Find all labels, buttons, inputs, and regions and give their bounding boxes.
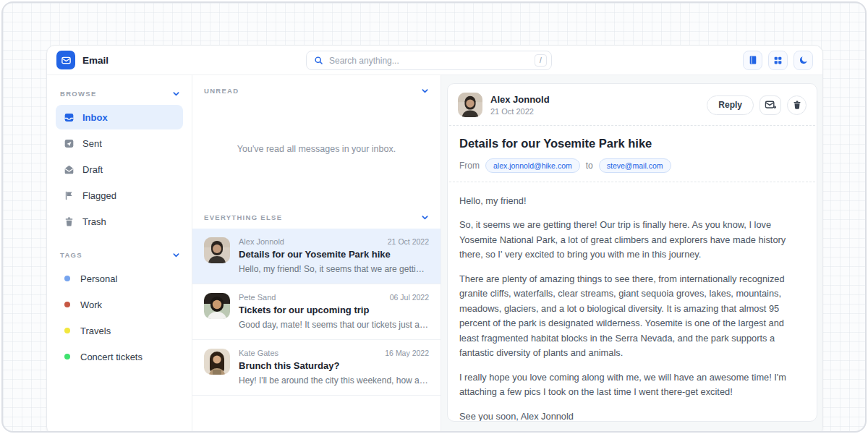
tags-section: Tags Personal Work Travels	[56, 244, 183, 369]
tag-item-personal[interactable]: Personal	[56, 266, 183, 291]
mail-subject: Details for our Yosemite Park hike	[239, 249, 429, 260]
browse-section-title: Browse	[60, 90, 97, 98]
chevron-down-icon[interactable]	[172, 251, 180, 259]
tags-section-header: Tags	[56, 244, 183, 266]
body-paragraph: So, it seems we are getting there! Our t…	[459, 218, 805, 262]
mail-sender: Alex Jonnold	[239, 237, 284, 246]
detail-subject: Details for our Yosemite Park hike	[459, 137, 805, 150]
mail-subject: Brunch this Saturday?	[239, 360, 429, 371]
avatar	[204, 293, 230, 319]
message-body: Hello, my friend! So, it seems we are ge…	[448, 182, 817, 422]
message-detail-card: Alex Jonnold 21 Oct 2022 Reply	[447, 83, 817, 422]
everything-else-section-header: Everything else	[192, 202, 441, 229]
detail-actions: Reply	[707, 95, 807, 115]
sidebar-item-trash[interactable]: Trash	[56, 209, 183, 234]
mail-date: 16 May 2022	[385, 349, 429, 357]
trash-icon	[792, 100, 802, 110]
mail-preview: Hey! I'll be around the city this weeken…	[239, 375, 429, 386]
browse-section-header: Browse	[56, 82, 183, 105]
from-email-pill[interactable]: alex.jonnold@hike.com	[485, 158, 580, 173]
unread-empty-state: You've read all messages in your inbox.	[192, 102, 441, 202]
from-label: From	[459, 161, 480, 171]
mail-list-item[interactable]: Kate Gates 16 May 2022 Brunch this Satur…	[192, 340, 441, 396]
sidebar-item-label: Trash	[82, 216, 106, 227]
sidebar-item-sent[interactable]: Sent	[56, 131, 183, 156]
chevron-down-icon[interactable]	[421, 87, 429, 95]
detail-sender-name: Alex Jonnold	[490, 94, 550, 105]
tag-color-dot	[64, 302, 70, 307]
detail-date: 21 Oct 2022	[490, 107, 550, 116]
sidebar-item-draft[interactable]: Draft	[56, 157, 183, 182]
apps-grid-button[interactable]	[768, 51, 788, 70]
moon-icon	[799, 55, 809, 65]
page-background: Email /	[1, 1, 867, 433]
search-input[interactable]	[329, 56, 535, 66]
reply-button[interactable]: Reply	[707, 95, 754, 115]
tag-color-dot	[64, 354, 70, 359]
mail-subject: Tickets for our upcoming trip	[239, 305, 429, 315]
tag-color-dot	[64, 328, 70, 333]
everything-else-section-title: Everything else	[204, 213, 282, 221]
sidebar-item-label: Inbox	[82, 112, 108, 123]
top-bar: Email /	[47, 46, 822, 75]
tags-section-title: Tags	[60, 251, 82, 259]
flag-icon	[63, 190, 75, 201]
sidebar-item-label: Sent	[82, 138, 102, 149]
contacts-book-button[interactable]	[743, 51, 762, 70]
forward-mail-button[interactable]	[760, 95, 781, 115]
email-app-window: Email /	[46, 45, 823, 433]
app-logo	[56, 51, 75, 69]
book-icon	[748, 55, 758, 65]
envelope-forward-icon	[765, 100, 776, 110]
delete-mail-button[interactable]	[787, 95, 807, 115]
draft-envelope-icon	[63, 164, 75, 175]
sidebar-item-flagged[interactable]: Flagged	[56, 183, 183, 208]
tag-item-concert-tickets[interactable]: Concert tickets	[56, 344, 183, 369]
body-paragraph: See you soon, Alex Jonnold	[459, 409, 805, 422]
mail-list-item[interactable]: Alex Jonnold 21 Oct 2022 Details for our…	[192, 229, 441, 284]
avatar	[458, 93, 482, 117]
mail-preview: Good day, mate! It seems that our ticket…	[239, 320, 429, 330]
grid-icon	[773, 56, 783, 65]
sent-icon	[63, 138, 75, 149]
tag-item-work[interactable]: Work	[56, 292, 183, 317]
to-email-pill[interactable]: steve@mail.com	[599, 158, 671, 173]
sidebar: Browse Inbox Sent	[47, 75, 192, 433]
envelope-icon	[61, 55, 72, 66]
content-area: Browse Inbox Sent	[47, 75, 822, 433]
trash-icon	[63, 216, 75, 227]
body-paragraph: There are plenty of amazing things to se…	[459, 272, 805, 361]
mail-sender: Kate Gates	[239, 349, 278, 357]
unread-section-title: Unread	[204, 87, 239, 95]
detail-sender-meta: Alex Jonnold 21 Oct 2022	[490, 94, 550, 116]
search-bar[interactable]: /	[306, 51, 552, 70]
sidebar-item-inbox[interactable]: Inbox	[56, 105, 183, 129]
dark-mode-toggle-button[interactable]	[793, 51, 813, 70]
search-shortcut-key: /	[535, 54, 547, 67]
from-to-row: From alex.jonnold@hike.com to steve@mail…	[459, 158, 805, 173]
mail-preview: Hello, my friend! So, it seems that we a…	[239, 264, 429, 274]
tag-color-dot	[64, 276, 70, 281]
tag-item-travels[interactable]: Travels	[56, 318, 183, 343]
chevron-down-icon[interactable]	[421, 213, 429, 221]
body-paragraph: Hello, my friend!	[459, 194, 805, 208]
subject-block: Details for our Yosemite Park hike From …	[448, 126, 817, 182]
inbox-icon	[63, 112, 75, 123]
tag-label: Work	[80, 299, 102, 310]
body-paragraph: I really hope you love coming along with…	[459, 370, 805, 400]
chevron-down-icon[interactable]	[172, 90, 180, 98]
mail-list-item[interactable]: Pete Sand 06 Jul 2022 Tickets for our up…	[192, 284, 441, 340]
search-icon	[314, 56, 323, 65]
detail-header: Alex Jonnold 21 Oct 2022 Reply	[448, 84, 817, 125]
mail-item-body: Alex Jonnold 21 Oct 2022 Details for our…	[239, 237, 429, 274]
message-detail-column: Alex Jonnold 21 Oct 2022 Reply	[441, 75, 822, 433]
tag-label: Personal	[80, 273, 117, 284]
mail-date: 21 Oct 2022	[388, 237, 429, 246]
tag-label: Concert tickets	[80, 352, 142, 362]
mail-item-body: Kate Gates 16 May 2022 Brunch this Satur…	[239, 349, 429, 386]
app-title: Email	[82, 55, 109, 66]
message-list-column: Unread You've read all messages in your …	[192, 75, 441, 433]
mail-item-body: Pete Sand 06 Jul 2022 Tickets for our up…	[239, 293, 429, 330]
topbar-actions	[743, 51, 813, 70]
mail-sender: Pete Sand	[239, 293, 276, 302]
